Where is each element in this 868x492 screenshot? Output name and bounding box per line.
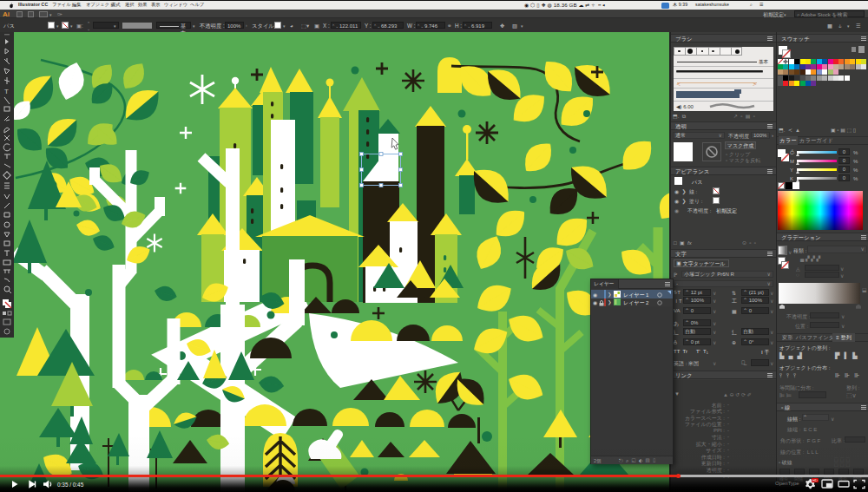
svg-text:T: T [4, 88, 9, 95]
svg-text:0:35 / 0:45: 0:35 / 0:45 [57, 482, 84, 488]
svg-text:OpenType: OpenType [775, 481, 799, 486]
svg-text:HD: HD [812, 478, 818, 482]
